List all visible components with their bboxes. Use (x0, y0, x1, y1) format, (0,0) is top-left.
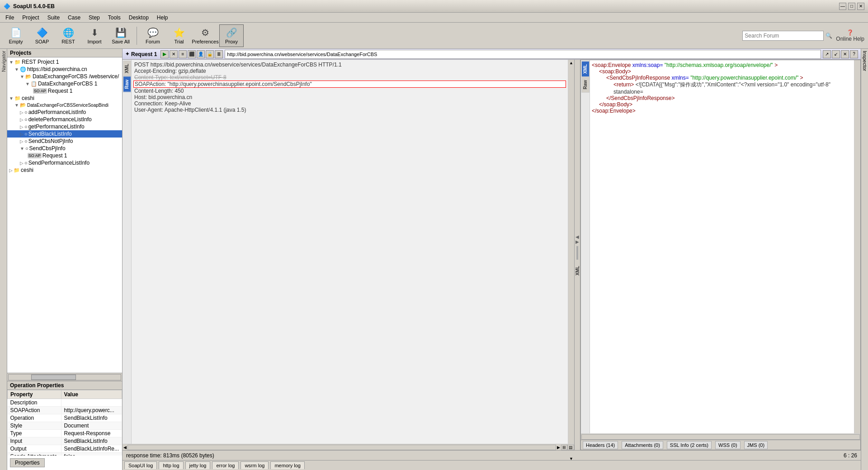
settings-btn-2[interactable]: 👤 (197, 50, 205, 58)
toolbar-forum-button[interactable]: 💬 Forum (141, 24, 165, 47)
toggle-icon[interactable]: ▼ (25, 81, 30, 86)
toggle-icon[interactable]: ▼ (20, 146, 24, 151)
log-tab-wsrm[interactable]: wsrm log (241, 461, 269, 469)
tree-item-ceshi2[interactable]: ▷ 📁 ceshi (7, 166, 122, 174)
resp-h-scrollbar[interactable] (581, 434, 860, 440)
settings-btn-4[interactable]: ≣ (215, 50, 223, 58)
settings-btn-3[interactable]: 🔒 (206, 50, 214, 58)
toggle-icon[interactable]: ▷ (20, 139, 24, 144)
cancel-button[interactable]: ✕ (170, 50, 178, 58)
tree-item-sendcbsnotpj[interactable]: ▷ ○ SendCbsNotPjInfo (7, 138, 122, 145)
toggle-icon[interactable]: ▼ (14, 103, 19, 108)
toolbar-rest-button[interactable]: 🌐 REST (56, 24, 80, 47)
toggle-icon[interactable]: ▷ (20, 117, 24, 122)
req-expand-btn[interactable]: ↗ (823, 50, 831, 58)
tree-item-ceshi[interactable]: ▼ 📁 ceshi (7, 95, 122, 102)
resp-tab-headers[interactable]: Headers (14) (583, 441, 618, 449)
minimize-button[interactable]: — (839, 3, 846, 10)
maximize-button[interactable]: □ (848, 3, 855, 10)
tree-item-addperformance[interactable]: ▷ ○ addPerformanceListInfo (7, 109, 122, 116)
resp-raw-tab[interactable]: Raw (581, 77, 590, 93)
menu-help[interactable]: Help (153, 14, 172, 22)
resp-tab-wss[interactable]: WSS (0) (715, 441, 741, 449)
search-forum-input[interactable] (742, 31, 824, 41)
menu-tools[interactable]: Tools (104, 14, 124, 22)
scroll-right[interactable]: ▶ (556, 445, 561, 450)
req-help-btn[interactable]: ? (850, 50, 858, 58)
toggle-icon[interactable]: ▷ (20, 132, 24, 137)
h-scrollbar[interactable] (8, 374, 121, 380)
req-collapse-btn[interactable]: ↙ (832, 50, 840, 58)
tree-item-getperformance[interactable]: ▷ ○ getPerformanceListInfo (7, 123, 122, 130)
menu-case[interactable]: Case (64, 14, 84, 22)
menu-desktop[interactable]: Desktop (125, 14, 152, 22)
resp-tab-ssl[interactable]: SSL Info (2 certs) (667, 441, 712, 449)
toolbar-proxy-button[interactable]: 🔗 Proxy (219, 24, 244, 47)
tree-item-sendcbspj[interactable]: ▼ ○ SendCbsPjInfo (7, 145, 122, 152)
url-input[interactable] (225, 50, 821, 59)
resp-tab-attachments[interactable]: Attachments (0) (622, 441, 663, 449)
tree-item-deleteperformance[interactable]: ▷ ○ deletePerformanceListInfo (7, 116, 122, 123)
log-tab-http[interactable]: http log (159, 461, 183, 469)
toggle-icon[interactable]: ▼ (14, 67, 19, 72)
properties-button[interactable]: Properties (10, 458, 45, 467)
log-tab-soapui[interactable]: SoapUI log (124, 461, 157, 469)
toggle-icon[interactable]: ▷ (9, 168, 13, 173)
toolbar-empty-button[interactable]: 📄 Empty (4, 24, 28, 47)
online-help-button[interactable]: ❓ Online Help (836, 29, 864, 42)
menu-step[interactable]: Step (85, 14, 104, 22)
tree-item-dataexchange-1[interactable]: ▼ 📋 DataExchangeForCBS 1 (7, 80, 122, 87)
menu-suite[interactable]: Suite (44, 14, 63, 22)
toggle-icon[interactable]: ▼ (9, 60, 14, 65)
log-tab-error[interactable]: error log (212, 461, 239, 469)
format-button[interactable]: ≡ (179, 50, 187, 58)
tree-label: Request 1 (42, 152, 67, 159)
preferences-label: Preferences (192, 39, 218, 44)
so-ap-icon: SO AP (33, 88, 47, 94)
run-button[interactable]: ▶ (160, 50, 169, 58)
tree-item-soap-binding[interactable]: ▼ 📂 DataExchangeForCBSServiceSoapBindi (7, 102, 122, 109)
tree-item-sendperformance[interactable]: ▷ ○ SendPerformanceListInfo (7, 159, 122, 166)
search-icon[interactable]: 🔍 (826, 33, 832, 39)
close-button[interactable]: ✕ (857, 3, 864, 10)
request-toolbar: ▶ ✕ ≡ ⬛ 👤 🔒 ≣ (160, 50, 223, 58)
toggle-icon[interactable]: ▷ (20, 110, 24, 115)
tree-item-request-1-soap[interactable]: SO AP Request 1 (7, 152, 122, 159)
toolbar-save-all-button[interactable]: 💾 Save All (108, 24, 133, 47)
tree-item-rest-project[interactable]: ▼ 📁 REST Project 1 (7, 58, 122, 66)
soap-icon: 🔷 (37, 27, 48, 38)
scroll-mode-1[interactable]: ⊞ (561, 445, 567, 450)
xml-tab[interactable]: XML (123, 61, 131, 76)
toolbar-soap-button[interactable]: 🔷 SOAP (30, 24, 54, 47)
menu-file[interactable]: File (2, 14, 18, 22)
toggle-icon (31, 89, 32, 94)
h-scrollbar-req[interactable] (127, 445, 556, 450)
toggle-icon[interactable]: ▼ (9, 96, 14, 101)
tree-item-bid-powerchina[interactable]: ▼ 🌐 https://bid.powerchina.cn (7, 66, 122, 73)
resp-tab-jms[interactable]: JMS (0) (744, 441, 768, 449)
raw-tab[interactable]: Raw (123, 76, 131, 92)
toggle-icon[interactable]: ▷ (20, 161, 24, 166)
log-tab-jetty[interactable]: jetty log (185, 461, 211, 469)
toggle-icon[interactable]: ▷ (20, 124, 24, 129)
tree-item-sendblacklist[interactable]: ▷ ○ SendBlackListInfo (7, 130, 122, 138)
inspector-label[interactable]: Inspector (862, 51, 868, 71)
toolbar-trial-button[interactable]: ⭐ Trial (167, 24, 191, 47)
settings-btn-1[interactable]: ⬛ (188, 50, 196, 58)
scroll-left[interactable]: ◀ (123, 445, 127, 450)
toggle-icon[interactable]: ▼ (20, 74, 24, 79)
menu-project[interactable]: Project (19, 14, 42, 22)
h-scrollbar-thumb (31, 375, 76, 380)
toolbar-preferences-button[interactable]: ⚙ Preferences (193, 24, 217, 47)
scroll-mode-2[interactable]: ▤ (567, 445, 574, 450)
tree-horizontal-scrollbar[interactable] (7, 373, 122, 381)
scroll-up-arrow[interactable]: ▲ (569, 61, 573, 65)
toolbar-import-button[interactable]: ⬇ Import (82, 24, 107, 47)
tree-item-dataexchange-service[interactable]: ▼ 📂 DataExchangeForCBS /webservice/ (7, 73, 122, 80)
tree-item-request-1-rest[interactable]: SO AP Request 1 (7, 87, 122, 95)
log-tab-memory[interactable]: memory log (270, 461, 304, 469)
navigator-label[interactable]: Navigator (1, 51, 6, 72)
req-close-btn[interactable]: ✕ (841, 50, 849, 58)
proxy-icon: 🔗 (226, 27, 237, 38)
resp-xml-tab[interactable]: XML (581, 61, 590, 77)
